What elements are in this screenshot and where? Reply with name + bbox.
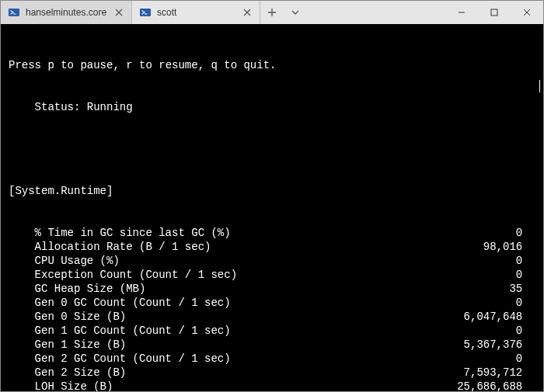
- metric-value: 5,367,376: [464, 338, 535, 352]
- metric-label: Gen 2 Size (B): [35, 366, 127, 380]
- metric-label: Gen 1 GC Count (Count / 1 sec): [35, 324, 231, 338]
- metric-value: 35: [509, 282, 535, 296]
- metric-value: 0: [516, 296, 535, 310]
- new-tab-button[interactable]: [260, 1, 284, 24]
- metric-label: Exception Count (Count / 1 sec): [35, 268, 237, 282]
- metric-value: 25,686,688: [457, 380, 535, 391]
- section-header: [System.Runtime]: [9, 184, 535, 198]
- close-window-button[interactable]: [511, 1, 543, 24]
- powershell-icon: [9, 7, 19, 18]
- metric-value: 0: [516, 352, 535, 366]
- minimize-button[interactable]: [445, 1, 478, 24]
- tab-strip: hanselminutes.core scott: [1, 1, 260, 24]
- metric-label: Allocation Rate (B / 1 sec): [35, 240, 211, 254]
- metric-row: Gen 0 Size (B)6,047,648: [9, 310, 535, 324]
- metric-row: Gen 2 GC Count (Count / 1 sec)0: [9, 352, 535, 366]
- maximize-button[interactable]: [478, 1, 511, 24]
- window-controls: [445, 1, 543, 24]
- metric-row: LOH Size (B)25,686,688: [9, 380, 535, 391]
- status-line: Status: Running: [9, 100, 535, 114]
- metric-label: CPU Usage (%): [35, 254, 120, 268]
- metric-label: Gen 2 GC Count (Count / 1 sec): [35, 352, 231, 366]
- metric-label: Gen 1 Size (B): [35, 338, 127, 352]
- tab-scott[interactable]: scott: [132, 1, 260, 24]
- metric-row: Exception Count (Count / 1 sec)0: [9, 268, 535, 282]
- titlebar-drag-area[interactable]: [307, 1, 445, 24]
- metric-row: Allocation Rate (B / 1 sec)98,016: [9, 240, 535, 254]
- tabbar-controls: [260, 1, 307, 24]
- metric-row: GC Heap Size (MB)35: [9, 282, 535, 296]
- metric-value: 0: [516, 268, 535, 282]
- metric-row: Gen 0 GC Count (Count / 1 sec)0: [9, 296, 535, 310]
- metric-value: 6,047,648: [464, 310, 535, 324]
- metric-label: % Time in GC since last GC (%): [35, 226, 231, 240]
- metric-label: Gen 0 Size (B): [35, 310, 127, 324]
- metric-row: Gen 2 Size (B)7,593,712: [9, 366, 535, 380]
- tab-dropdown-button[interactable]: [284, 1, 307, 24]
- metric-label: Gen 0 GC Count (Count / 1 sec): [35, 296, 231, 310]
- metric-row: CPU Usage (%)0: [9, 254, 535, 268]
- metric-value: 0: [516, 324, 535, 338]
- instructions-line: Press p to pause, r to resume, q to quit…: [9, 58, 535, 72]
- metric-value: 7,593,712: [464, 366, 535, 380]
- powershell-icon: [140, 7, 151, 18]
- metric-row: Gen 1 GC Count (Count / 1 sec)0: [9, 324, 535, 338]
- metric-value: 0: [516, 254, 535, 268]
- titlebar: hanselminutes.core scott: [1, 1, 543, 24]
- terminal-output[interactable]: Press p to pause, r to resume, q to quit…: [1, 24, 543, 391]
- tab-title: scott: [157, 7, 235, 18]
- metric-row: % Time in GC since last GC (%)0: [9, 226, 535, 240]
- tab-title: hanselminutes.core: [26, 7, 106, 18]
- tab-hanselminutes[interactable]: hanselminutes.core: [1, 1, 132, 24]
- text-cursor: [539, 80, 540, 92]
- metric-label: GC Heap Size (MB): [35, 282, 146, 296]
- close-tab-icon[interactable]: [241, 6, 253, 19]
- metric-label: LOH Size (B): [35, 380, 113, 391]
- metric-value: 0: [516, 226, 535, 240]
- close-tab-icon[interactable]: [113, 6, 125, 19]
- status-value: Running: [87, 100, 133, 114]
- metric-value: 98,016: [483, 240, 535, 254]
- metric-row: Gen 1 Size (B)5,367,376: [9, 338, 535, 352]
- svg-rect-2: [491, 9, 497, 16]
